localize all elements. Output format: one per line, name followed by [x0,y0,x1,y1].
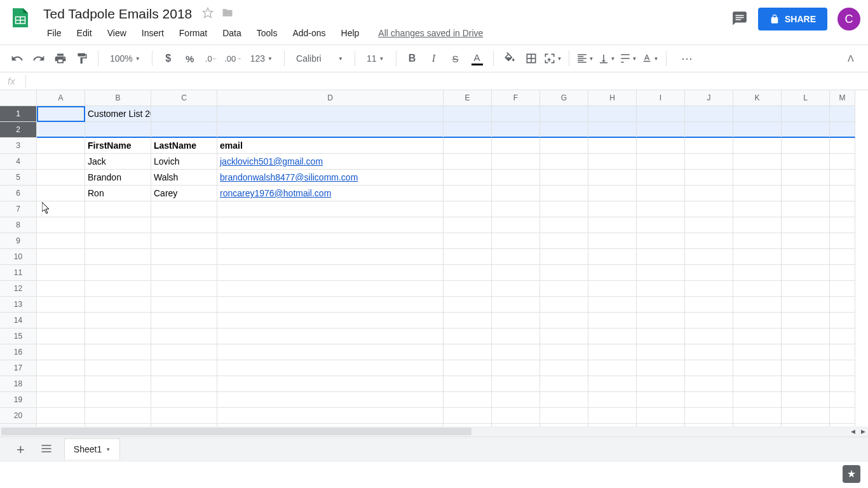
cell[interactable] [733,217,782,233]
cell[interactable]: Jack [85,154,151,170]
decrease-decimal-button[interactable]: .0← [202,49,221,68]
formula-input[interactable] [31,76,860,86]
cell[interactable] [540,249,588,265]
cell[interactable] [830,201,855,217]
menu-data[interactable]: Data [216,25,248,41]
cell[interactable] [444,170,492,186]
row-header[interactable]: 10 [0,249,37,265]
undo-button[interactable] [8,49,27,68]
cell[interactable] [492,360,540,376]
column-header[interactable]: C [151,90,217,106]
cell[interactable] [540,106,588,122]
cell[interactable] [588,138,637,154]
cell[interactable] [540,201,588,217]
cell[interactable] [830,217,855,233]
cell[interactable]: FirstName [85,138,151,154]
cell[interactable] [444,186,492,201]
cell[interactable] [588,329,637,344]
cell[interactable] [492,249,540,265]
cell[interactable] [733,313,782,329]
cell[interactable] [540,376,588,392]
text-wrap-button[interactable]: ▼ [619,49,638,68]
more-formats-dropdown[interactable]: 123▼ [245,51,278,66]
column-header[interactable]: E [444,90,492,106]
cell[interactable] [733,154,782,170]
cell[interactable] [217,376,444,392]
document-title[interactable]: Ted Tadpole Emails 2018 [41,5,194,23]
fill-color-button[interactable] [500,49,519,68]
menu-edit[interactable]: Edit [71,25,98,41]
cell[interactable] [588,170,637,186]
cell[interactable] [782,201,830,217]
column-header[interactable]: A [37,90,85,106]
row-header[interactable]: 6 [0,186,37,201]
cell[interactable] [85,344,151,360]
cell[interactable] [151,201,217,217]
cell[interactable] [540,313,588,329]
cell[interactable] [444,344,492,360]
cell[interactable] [637,408,685,424]
cell[interactable] [782,376,830,392]
cell[interactable] [540,329,588,344]
cell[interactable] [782,233,830,249]
column-header[interactable]: F [492,90,540,106]
cell[interactable] [637,265,685,281]
cell[interactable] [217,249,444,265]
cell[interactable] [85,376,151,392]
cell[interactable] [685,186,733,201]
cell[interactable] [37,233,85,249]
cell[interactable] [151,392,217,408]
cell[interactable] [685,313,733,329]
cell[interactable] [733,201,782,217]
column-header[interactable]: J [685,90,733,106]
cell[interactable] [733,360,782,376]
cell[interactable] [37,265,85,281]
cell[interactable] [540,233,588,249]
cell[interactable] [85,217,151,233]
cell[interactable] [37,249,85,265]
cell[interactable] [830,281,855,297]
cell[interactable]: Customer List 2018 [85,106,151,122]
cell[interactable] [217,106,444,122]
cell[interactable] [492,233,540,249]
column-header[interactable]: D [217,90,444,106]
cell[interactable] [85,360,151,376]
comments-icon[interactable] [731,10,748,29]
cell[interactable] [151,265,217,281]
cell[interactable] [685,170,733,186]
cell[interactable] [444,297,492,313]
cell[interactable] [151,122,217,138]
cell[interactable] [444,408,492,424]
row-header[interactable]: 19 [0,392,37,408]
cell[interactable] [733,249,782,265]
cell[interactable] [588,281,637,297]
cell[interactable] [637,138,685,154]
cell[interactable] [733,297,782,313]
cell[interactable] [540,360,588,376]
row-header[interactable]: 1 [0,106,37,122]
cell[interactable] [733,392,782,408]
cell[interactable]: jacklovich501@gmail.com [217,154,444,170]
cell[interactable] [830,408,855,424]
cell[interactable]: LastName [151,138,217,154]
vertical-align-button[interactable]: ▼ [597,49,616,68]
bold-button[interactable]: B [403,49,422,68]
cell[interactable] [492,154,540,170]
cell[interactable] [685,376,733,392]
cell[interactable] [37,392,85,408]
cell[interactable] [637,281,685,297]
cell[interactable]: Ron [85,186,151,201]
cell[interactable] [733,233,782,249]
cell[interactable] [37,376,85,392]
cell[interactable] [217,265,444,281]
explore-button[interactable] [843,465,860,483]
cell[interactable] [830,138,855,154]
row-header[interactable]: 3 [0,138,37,154]
cell[interactable] [782,217,830,233]
cell[interactable] [782,138,830,154]
menu-view[interactable]: View [101,25,133,41]
cell[interactable] [37,186,85,201]
cell[interactable] [782,154,830,170]
cell[interactable] [588,217,637,233]
cell[interactable] [37,408,85,424]
